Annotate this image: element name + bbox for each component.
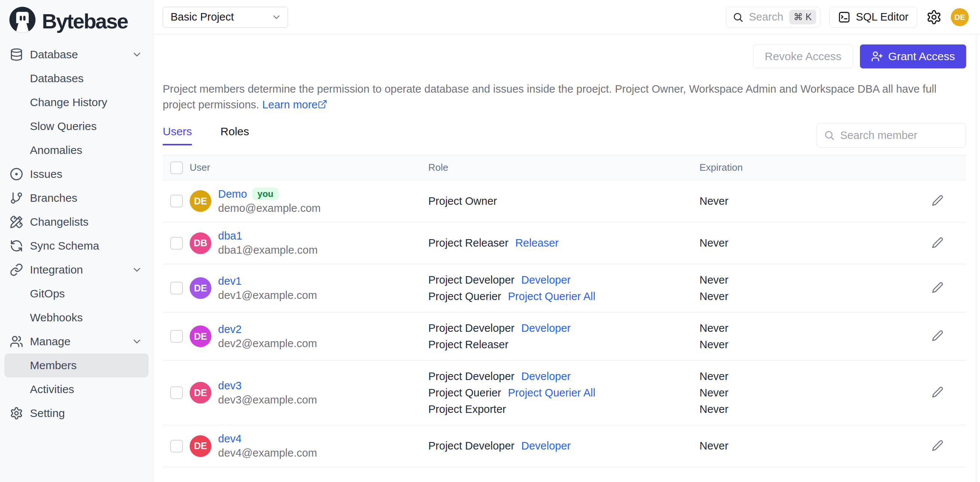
sql-editor-button[interactable]: SQL Editor [829, 7, 917, 28]
member-name-link[interactable]: Demo [218, 188, 247, 200]
member-email: dev2@example.com [218, 338, 317, 350]
sidebar-item-activities[interactable]: Activities [5, 377, 148, 401]
role-condition-link[interactable]: Developer [522, 370, 571, 383]
user-meta: Demoyoudemo@example.com [218, 187, 321, 214]
sidebar-item-label: Changelists [30, 216, 89, 228]
page-description: Project members determine the permission… [163, 81, 966, 113]
sidebar: Bytebase DatabaseDatabasesChange History… [0, 0, 153, 482]
pencil-icon [932, 386, 943, 399]
pencil-icon [932, 440, 943, 452]
select-all-checkbox[interactable] [170, 162, 183, 174]
member-name-link[interactable]: dev3 [218, 380, 242, 392]
settings-gear-icon[interactable] [926, 10, 942, 25]
sidebar-item-label: Branches [30, 192, 78, 205]
edit-member-button[interactable] [929, 384, 946, 401]
sidebar-item-label: Integration [30, 263, 83, 276]
pencil-icon [932, 330, 943, 342]
tab-users[interactable]: Users [163, 125, 192, 145]
role-condition-link[interactable]: Project Querier All [508, 290, 595, 303]
sidebar-item-databases[interactable]: Databases [5, 67, 148, 90]
sidebar-item-label: Manage [30, 335, 70, 348]
table-header-row: User Role Expiration [163, 155, 966, 180]
role-condition-link[interactable]: Developer [522, 440, 571, 452]
sidebar-item-changelists[interactable]: Changelists [5, 210, 148, 234]
user-avatar[interactable]: DE [951, 8, 969, 26]
sidebar-item-issues[interactable]: Issues [5, 162, 148, 186]
expiration-value: Never [700, 401, 909, 417]
avatar: DE [189, 277, 212, 299]
user-meta: dba1dba1@example.com [218, 230, 318, 256]
tab-roles[interactable]: Roles [220, 125, 249, 145]
members-table-body: DEDemoyoudemo@example.comProject OwnerNe… [163, 180, 966, 467]
sidebar-item-label: Sync Schema [30, 239, 99, 252]
row-checkbox[interactable] [170, 237, 183, 250]
member-name-link[interactable]: dev1 [218, 275, 242, 287]
sidebar-item-label: GitOps [30, 287, 65, 300]
users-icon [10, 335, 23, 348]
sidebar-item-database[interactable]: Database [5, 43, 148, 67]
avatar: DE [189, 435, 212, 457]
project-selector[interactable]: Basic Project [163, 7, 288, 28]
brand-logo[interactable]: Bytebase [0, 0, 153, 36]
member-email: dev3@example.com [218, 394, 317, 406]
user-cell: DEdev4dev4@example.com [189, 433, 428, 459]
user-cell: DEdev3dev3@example.com [189, 380, 428, 406]
learn-more-link[interactable]: Learn more [262, 98, 327, 111]
row-checkbox[interactable] [170, 386, 183, 399]
sidebar-item-branches[interactable]: Branches [5, 186, 148, 210]
role-name: Project Querier [428, 387, 501, 399]
role-condition-link[interactable]: Project Querier All [508, 387, 595, 399]
you-badge: you [252, 187, 278, 200]
member-name-link[interactable]: dev2 [218, 323, 242, 336]
tabs: Users Roles [163, 125, 249, 145]
edit-member-button[interactable] [929, 328, 946, 344]
sidebar-item-label: Setting [30, 407, 65, 420]
gear-icon [10, 406, 23, 420]
table-row: DEdev1dev1@example.comProject DeveloperD… [163, 264, 966, 312]
edit-member-button[interactable] [929, 438, 946, 454]
pencil-icon [932, 195, 943, 208]
chevron-down-icon [271, 12, 282, 22]
member-name-link[interactable]: dba1 [218, 230, 242, 242]
sidebar-item-gitops[interactable]: GitOps [5, 282, 148, 306]
revoke-access-button[interactable]: Revoke Access [753, 44, 853, 68]
chevron-down-icon [131, 336, 143, 347]
role-line: Project Owner [428, 193, 700, 209]
edit-member-button[interactable] [929, 280, 946, 296]
edit-member-button[interactable] [929, 235, 946, 252]
expiration-value: Never [700, 193, 909, 209]
member-name-link[interactable]: dev4 [218, 433, 242, 445]
role-condition-link[interactable]: Releaser [515, 237, 558, 249]
sidebar-item-change-history[interactable]: Change History [5, 90, 148, 114]
role-condition-link[interactable]: Developer [522, 274, 571, 286]
global-search[interactable]: Search ⌘ K [726, 7, 820, 28]
avatar: DB [189, 232, 212, 254]
role-line: Project Exporter [428, 401, 700, 417]
user-cell: DEdev1dev1@example.com [189, 275, 428, 301]
sidebar-item-webhooks[interactable]: Webhooks [5, 306, 148, 330]
expiration-value: Never [700, 384, 909, 401]
app: Bytebase DatabaseDatabasesChange History… [0, 0, 980, 482]
sidebar-item-integration[interactable]: Integration [5, 258, 148, 282]
project-selector-value: Basic Project [170, 11, 234, 23]
sidebar-item-anomalies[interactable]: Anomalies [5, 138, 148, 162]
tabs-row: Users Roles [163, 123, 966, 147]
member-search-input[interactable] [840, 129, 959, 142]
edit-member-button[interactable] [929, 193, 946, 209]
sidebar-item-setting[interactable]: Setting [5, 401, 148, 425]
pencil-icon [932, 282, 943, 295]
row-checkbox[interactable] [170, 282, 183, 295]
sync-icon [10, 239, 23, 252]
sidebar-item-slow-queries[interactable]: Slow Queries [5, 114, 148, 138]
sidebar-item-sync-schema[interactable]: Sync Schema [5, 234, 148, 258]
row-checkbox[interactable] [170, 440, 183, 452]
sidebar-item-members[interactable]: Members [5, 354, 148, 377]
grant-access-button[interactable]: Grant Access [860, 44, 966, 68]
sidebar-item-manage[interactable]: Manage [5, 330, 148, 354]
role-condition-link[interactable]: Developer [522, 322, 571, 335]
user-meta: dev4dev4@example.com [218, 433, 317, 459]
row-checkbox[interactable] [170, 330, 183, 342]
row-checkbox[interactable] [170, 195, 183, 208]
sidebar-item-label: Slow Queries [30, 120, 97, 133]
user-cell: DEdev2dev2@example.com [189, 323, 428, 350]
